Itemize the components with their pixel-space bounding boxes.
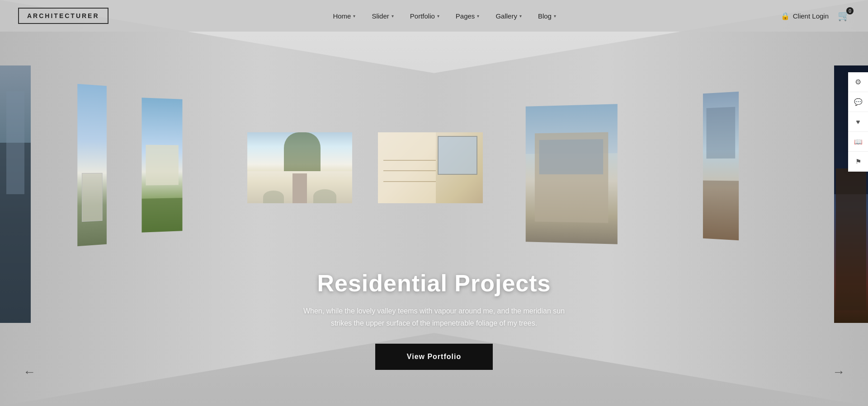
nav-portfolio-label: Portfolio — [410, 12, 435, 20]
nav-item-gallery[interactable]: Gallery ▾ — [495, 12, 522, 20]
chevron-down-icon: ▾ — [353, 14, 355, 19]
comment-icon: 💬 — [854, 98, 863, 106]
panel-right-2 — [703, 92, 739, 240]
nav-item-portfolio[interactable]: Portfolio ▾ — [410, 12, 439, 20]
view-portfolio-button[interactable]: View Portfolio — [375, 344, 493, 370]
panel-far-left — [0, 65, 31, 323]
panel-right-1 — [526, 104, 618, 244]
heart-icon-btn[interactable]: ♥ — [848, 112, 868, 132]
next-arrow[interactable]: → — [827, 361, 850, 383]
chevron-down-icon: ▾ — [477, 14, 479, 19]
panel-left-2 — [142, 98, 182, 233]
nav-slider-label: Slider — [372, 12, 389, 20]
nav-item-home[interactable]: Home ▾ — [333, 12, 355, 20]
client-login-link[interactable]: 🔒 Client Login — [781, 12, 829, 20]
main-nav: ARCHITECTURER Home ▾ Slider ▾ Portfolio … — [0, 0, 868, 32]
lock-icon: 🔒 — [781, 12, 790, 20]
heart-icon: ♥ — [856, 118, 860, 126]
nav-gallery-label: Gallery — [495, 12, 517, 20]
nav-right: 🔒 Client Login 🛒 0 — [781, 10, 850, 22]
panel-center-right — [378, 132, 483, 203]
slide-description: When, while the lovely valley teems with… — [298, 305, 570, 329]
nav-blog-label: Blog — [538, 12, 552, 20]
nav-links: Home ▾ Slider ▾ Portfolio ▾ Pages ▾ Gall — [333, 12, 556, 20]
book-icon-btn[interactable]: 📖 — [848, 132, 868, 152]
chevron-down-icon: ▾ — [437, 14, 439, 19]
nav-pages-label: Pages — [456, 12, 475, 20]
flag-icon-btn[interactable]: ⚑ — [848, 152, 868, 172]
chevron-down-icon: ▾ — [554, 14, 556, 19]
chevron-down-icon: ▾ — [519, 14, 522, 19]
panel-left-1 — [77, 84, 107, 247]
nav-item-blog[interactable]: Blog ▾ — [538, 12, 556, 20]
sidebar-icons: ⚙ 💬 ♥ 📖 ⚑ — [848, 72, 868, 172]
book-icon: 📖 — [854, 138, 863, 146]
main-scene: Residential Projects When, while the lov… — [0, 0, 868, 406]
slide-title: Residential Projects — [298, 270, 570, 297]
nav-item-slider[interactable]: Slider ▾ — [372, 12, 393, 20]
chevron-down-icon: ▾ — [392, 14, 394, 19]
site-logo[interactable]: ARCHITECTURER — [18, 8, 108, 24]
slide-content: Residential Projects When, while the lov… — [298, 270, 570, 370]
client-login-label: Client Login — [793, 12, 829, 20]
settings-icon-btn[interactable]: ⚙ — [848, 72, 868, 92]
prev-arrow[interactable]: ← — [18, 361, 41, 383]
panel-center-left — [247, 132, 352, 203]
nav-item-pages[interactable]: Pages ▾ — [456, 12, 480, 20]
flag-icon: ⚑ — [855, 158, 861, 166]
cart-badge: 0 — [846, 7, 854, 14]
comment-icon-btn[interactable]: 💬 — [848, 92, 868, 112]
cart-button[interactable]: 🛒 0 — [838, 10, 850, 22]
settings-icon: ⚙ — [855, 78, 861, 86]
nav-home-label: Home — [333, 12, 351, 20]
